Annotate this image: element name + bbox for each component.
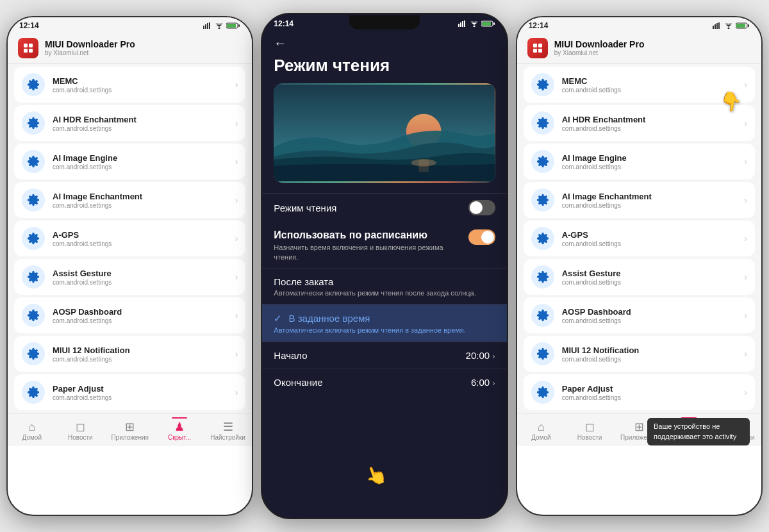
start-time-value: 20:00 ›	[466, 350, 495, 361]
list-item[interactable]: AI Image Engine com.android.settings ›	[14, 144, 245, 179]
list-item-chevron: ›	[235, 349, 238, 359]
list-item-sub: com.android.settings	[562, 356, 737, 363]
start-time-row[interactable]: Начало 20:00 ›	[262, 342, 506, 369]
svg-rect-11	[29, 49, 33, 53]
list-item-icon	[22, 73, 45, 96]
schedule-toggle[interactable]	[468, 229, 495, 245]
nav-item-[interactable]: ◻ Новости	[63, 421, 98, 441]
option-sunset-title: После заката	[274, 276, 495, 287]
end-time-row[interactable]: Окончание 6:00 ›	[262, 369, 506, 395]
nav-item-[interactable]: ⊞ Приложения	[111, 421, 149, 441]
list-item-text: MEMC com.android.settings	[562, 76, 737, 94]
left-app-header-text: MIUI Downloader Pro by Xiaomiui.net	[45, 39, 135, 58]
svg-rect-2	[207, 23, 208, 29]
schedule-title: Использовать по расписанию	[274, 229, 468, 241]
list-item-sub: com.android.settings	[53, 125, 227, 132]
svg-rect-19	[482, 22, 491, 26]
nav-item-[interactable]: ⌂ Домой	[14, 421, 49, 441]
list-item-sub: com.android.settings	[53, 87, 227, 94]
svg-rect-10	[24, 49, 28, 53]
left-app-title: MIUI Downloader Pro	[45, 39, 135, 50]
left-app-header: MIUI Downloader Pro by Xiaomiui.net	[8, 33, 252, 64]
list-item-icon	[22, 304, 45, 327]
svg-rect-12	[458, 24, 459, 27]
list-item[interactable]: A-GPS com.android.settings ›	[14, 220, 245, 256]
nav-icon: ⌂	[538, 421, 545, 433]
list-item[interactable]: A-GPS com.android.settings ›	[524, 220, 755, 256]
svg-rect-8	[24, 44, 28, 47]
list-item[interactable]: AI Image Engine com.android.settings ›	[524, 144, 755, 179]
list-item-sub: com.android.settings	[562, 125, 737, 132]
list-item-title: Assist Gesture	[562, 269, 737, 278]
list-item-title: AI HDR Enchantment	[53, 115, 227, 124]
nav-icon: ◻	[76, 421, 85, 433]
right-phone: 12:14 MIUI Downloader Pro by Xiaomiui.ne…	[516, 16, 763, 516]
list-item[interactable]: Assist Gesture com.android.settings ›	[14, 259, 245, 295]
list-item-title: AI Image Engine	[562, 153, 737, 163]
list-item[interactable]: MIUI 12 Notification com.android.setting…	[14, 336, 245, 372]
list-item[interactable]: AOSP Dashboard com.android.settings ›	[14, 297, 245, 333]
list-item[interactable]: MEMC com.android.settings ›	[524, 67, 755, 103]
nav-label: Скрыт...	[168, 434, 191, 441]
list-item[interactable]: AI HDR Enchantment com.android.settings …	[524, 105, 755, 141]
option-scheduled[interactable]: ✓ В заданное время Автоматически включат…	[262, 304, 506, 342]
svg-rect-35	[538, 49, 542, 53]
activity-tooltip: Ваше устройство не поддерживает это acti…	[647, 418, 750, 445]
svg-rect-34	[533, 49, 537, 53]
center-back-button[interactable]: ←	[262, 31, 506, 53]
list-item-icon	[531, 381, 554, 404]
nav-item-[interactable]: ☰ Найстройки	[210, 421, 245, 441]
list-item-sub: com.android.settings	[53, 240, 227, 247]
list-item[interactable]: MEMC com.android.settings ›	[14, 67, 245, 103]
list-item[interactable]: AI Image Enchantment com.android.setting…	[14, 182, 245, 218]
list-item[interactable]: Assist Gesture com.android.settings ›	[524, 259, 755, 295]
list-item-chevron: ›	[235, 387, 238, 397]
left-phone: 12:14 MIUI Downloader Pro by Xiaomiui.ne…	[6, 16, 253, 516]
list-item-title: AOSP Dashboard	[53, 307, 227, 317]
end-chevron: ›	[492, 378, 495, 388]
list-item[interactable]: AI Image Enchantment com.android.setting…	[524, 182, 755, 218]
nav-item-[interactable]: ♟ Скрыт...	[161, 417, 197, 441]
center-title: Режим чтения	[262, 53, 506, 83]
list-item[interactable]: AI HDR Enchantment com.android.settings …	[14, 105, 245, 141]
svg-rect-32	[533, 44, 537, 47]
list-item-chevron: ›	[744, 79, 747, 90]
right-status-icons	[713, 22, 750, 29]
list-item[interactable]: Paper Adjust com.android.settings ›	[524, 374, 755, 410]
list-item-sub: com.android.settings	[562, 202, 737, 209]
list-item-icon	[22, 150, 45, 173]
list-item-icon	[22, 112, 45, 135]
end-time-value: 6:00 ›	[471, 377, 495, 388]
right-app-header: MIUI Downloader Pro by Xiaomiui.net	[517, 33, 761, 64]
list-item-sub: com.android.settings	[53, 317, 227, 324]
list-item-icon	[531, 112, 554, 135]
list-item-text: AI Image Enchantment com.android.setting…	[562, 192, 737, 209]
list-item[interactable]: Paper Adjust com.android.settings ›	[14, 374, 245, 410]
right-app-title: MIUI Downloader Pro	[554, 39, 645, 50]
svg-rect-24	[713, 26, 714, 29]
list-item-chevron: ›	[744, 272, 747, 282]
svg-rect-6	[238, 24, 240, 27]
list-item-text: AI Image Enchantment com.android.setting…	[53, 192, 227, 209]
center-status-icons	[458, 21, 495, 27]
start-label: Начало	[274, 350, 307, 361]
option-sunset[interactable]: После заката Автоматически включать режи…	[262, 268, 506, 304]
nav-icon: ⊞	[634, 421, 644, 433]
list-item-text: A-GPS com.android.settings	[562, 230, 737, 247]
nav-item-[interactable]: ◻ Новости	[572, 421, 608, 441]
list-item[interactable]: AOSP Dashboard com.android.settings ›	[524, 297, 755, 333]
svg-rect-27	[718, 22, 720, 29]
list-item-text: A-GPS com.android.settings	[53, 230, 227, 247]
reading-mode-toggle[interactable]	[468, 200, 495, 215]
list-item-icon	[22, 265, 45, 288]
list-item-icon	[531, 265, 554, 288]
nav-icon: ☰	[223, 421, 233, 433]
option-sunset-sub: Автоматически включать режим чтения посл…	[274, 289, 495, 297]
nav-item-[interactable]: ⌂ Домой	[524, 421, 559, 441]
list-item-title: AI Image Enchantment	[53, 192, 227, 201]
svg-rect-30	[748, 24, 749, 27]
list-item-icon	[531, 227, 554, 250]
list-item[interactable]: MIUI 12 Notification com.android.setting…	[524, 336, 755, 372]
svg-point-4	[219, 28, 220, 29]
list-item-text: AI HDR Enchantment com.android.settings	[53, 115, 227, 132]
